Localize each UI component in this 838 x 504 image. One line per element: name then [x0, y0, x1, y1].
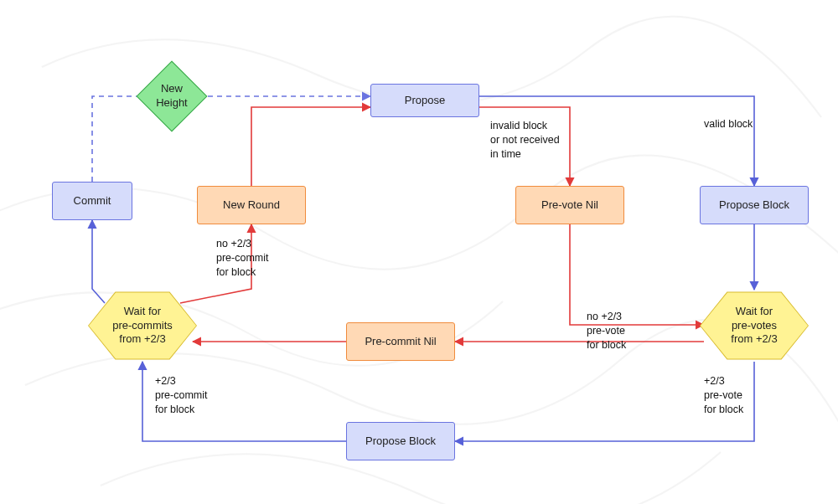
- edge-label-no-prevote: no +2/3 pre-vote for block: [587, 310, 626, 352]
- node-label: Pre-commit Nil: [365, 335, 436, 349]
- node-wait-prevotes: Wait for pre-votes from +2/3: [700, 290, 809, 362]
- node-new-round: New Round: [197, 186, 306, 224]
- node-propose-block-bottom: Propose Block: [346, 422, 455, 460]
- node-label: New Round: [223, 198, 280, 213]
- edge-label-no-precommit: no +2/3 pre-commit for block: [216, 237, 269, 280]
- node-precommit-nil: Pre-commit Nil: [346, 322, 455, 361]
- node-label: Commit: [74, 194, 111, 208]
- node-label: Wait for pre-votes from +2/3: [731, 305, 777, 347]
- node-wait-precommits: Wait for pre-commits from +2/3: [88, 290, 197, 362]
- node-label: New Height: [156, 82, 188, 111]
- node-label: Propose Block: [365, 435, 436, 449]
- edge-label-valid-block: valid block: [704, 117, 753, 131]
- node-label: Propose: [405, 94, 445, 108]
- node-propose-block-right: Propose Block: [700, 186, 809, 224]
- node-label: Pre-vote Nil: [541, 198, 598, 213]
- node-prevote-nil: Pre-vote Nil: [515, 186, 624, 224]
- node-label: Wait for pre-commits from +2/3: [112, 305, 173, 347]
- node-new-height: New Height: [137, 61, 208, 132]
- edge-label-yes-precommit: +2/3 pre-commit for block: [155, 374, 208, 417]
- edge-label-invalid-block: invalid block or not received in time: [490, 119, 560, 162]
- edge-label-yes-prevote: +2/3 pre-vote for block: [704, 374, 743, 417]
- node-propose: Propose: [370, 84, 479, 117]
- node-label: Propose Block: [719, 198, 789, 213]
- node-commit: Commit: [52, 182, 132, 220]
